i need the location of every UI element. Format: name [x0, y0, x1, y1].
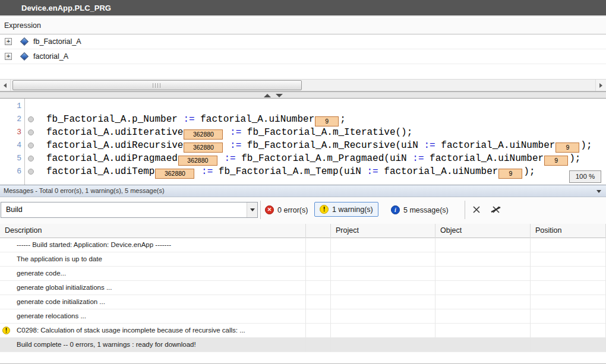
message-category-value: Build — [6, 202, 23, 217]
message-description-text: generate code initialization ... — [17, 295, 105, 309]
code-line[interactable]: 5factorial_A.udiPragmaed362880 := fb_Fac… — [0, 152, 606, 165]
message-object-cell — [435, 267, 531, 281]
chevron-down-icon — [250, 208, 255, 211]
message-row[interactable]: !C0298: Calculation of stack usage incom… — [0, 324, 606, 338]
horizontal-scrollbar[interactable] — [0, 79, 606, 91]
message-description-text: C0298: Calculation of stack usage incomp… — [17, 324, 245, 337]
toolbar-separator — [260, 201, 261, 219]
warning-icon: ! — [320, 205, 329, 214]
message-project-cell — [331, 267, 435, 281]
message-description-text: generate global initializations ... — [17, 281, 112, 295]
message-category-combobox[interactable]: Build — [1, 202, 258, 218]
code-text: fb_Factorial_A.p_Number := factorial_A.u… — [46, 113, 346, 126]
code-segment: := — [183, 114, 194, 125]
column-header-spacer[interactable] — [306, 224, 331, 238]
expression-tree-item[interactable]: +fb_Factorial_A — [0, 34, 606, 49]
panel-splitter[interactable] — [0, 91, 606, 99]
message-position-cell — [531, 338, 606, 352]
code-segment — [219, 153, 225, 164]
scrollbar-thumb[interactable] — [12, 80, 302, 90]
inline-watch-value[interactable]: 362880 — [178, 156, 217, 166]
column-header-project[interactable]: Project — [331, 224, 435, 238]
message-row[interactable]: generate code initialization ... — [0, 295, 606, 309]
code-line[interactable]: 2fb_Factorial_A.p_Number := factorial_A.… — [0, 113, 606, 126]
splitter-collapse-up-icon[interactable] — [264, 94, 271, 97]
errors-filter-button[interactable]: ✕ 0 error(s) — [265, 202, 308, 218]
code-segment: ); — [569, 153, 580, 164]
code-segment: ); — [580, 140, 592, 151]
message-project-cell — [331, 281, 435, 295]
message-position-cell — [531, 267, 606, 281]
code-segment: ); — [523, 166, 535, 177]
code-editor[interactable]: 100 % 12fb_Factorial_A.p_Number := facto… — [0, 99, 606, 185]
combobox-dropdown-button[interactable] — [247, 202, 257, 217]
messages-panel-title-bar[interactable]: Messages - Total 0 error(s), 1 warning(s… — [0, 185, 606, 197]
message-description-text: ------ Build started: Application: Devic… — [17, 238, 171, 252]
message-row[interactable]: generate relocations ... — [0, 309, 606, 324]
line-indicator-bullet-icon — [28, 169, 34, 175]
column-header-description[interactable]: Description — [0, 224, 306, 238]
code-segment: factorial_A.udiRecursive — [46, 140, 183, 151]
message-description-text: The application is up to date — [17, 252, 102, 266]
message-spacer-cell — [306, 238, 331, 252]
splitter-collapse-down-icon[interactable] — [276, 94, 283, 97]
column-header-position[interactable]: Position — [531, 224, 606, 238]
code-segment: := — [230, 127, 241, 138]
inline-watch-value[interactable]: 9 — [544, 156, 568, 166]
scroll-left-button[interactable] — [0, 80, 11, 91]
expand-plus-icon[interactable]: + — [5, 38, 12, 45]
code-line[interactable]: 6factorial_A.udiTemp362880 := fb_Factori… — [0, 165, 606, 178]
clear-all-messages-button[interactable] — [488, 202, 503, 217]
message-spacer-cell — [306, 252, 331, 267]
message-project-cell — [331, 338, 435, 352]
inline-watch-value[interactable]: 9 — [498, 169, 522, 179]
expand-plus-icon[interactable]: + — [5, 53, 12, 60]
code-text: factorial_A.udiTemp362880 := fb_Factoria… — [46, 165, 535, 179]
messages-table-body: ------ Build started: Application: Devic… — [0, 238, 606, 352]
toolbar-separator — [465, 201, 465, 219]
inline-watch-value[interactable]: 9 — [556, 143, 579, 153]
variable-icon — [20, 52, 29, 61]
clear-x-crossed-icon — [491, 205, 501, 214]
warnings-filter-button[interactable]: ! 1 warning(s) — [314, 202, 378, 217]
code-line[interactable]: 1 — [0, 100, 606, 113]
window-title-bar[interactable]: Device.enApp.PLC_PRG — [0, 0, 606, 17]
message-row[interactable]: The application is up to date — [0, 252, 606, 267]
code-segment: := — [230, 140, 241, 151]
message-description-text: generate code... — [17, 267, 66, 280]
messages-filter-button[interactable]: i 5 message(s) — [391, 202, 449, 218]
message-spacer-cell — [306, 309, 331, 324]
info-icon: i — [391, 205, 400, 214]
expression-tree-item[interactable]: +factorial_A — [0, 49, 606, 64]
code-segment: fb_Factorial_A.p_Number — [46, 114, 183, 125]
expression-column-header[interactable]: Expression — [0, 18, 606, 34]
line-number: 5 — [0, 152, 21, 165]
expression-label: factorial_A — [33, 49, 68, 64]
inline-watch-value[interactable]: 362880 — [184, 129, 223, 140]
message-row[interactable]: generate code... — [0, 267, 606, 281]
code-segment: factorial_A.uiNumber — [378, 166, 498, 177]
code-segment: factorial_A.udiPragmaed — [46, 153, 178, 164]
clear-messages-button[interactable] — [469, 202, 484, 217]
expression-header-label: Expression — [4, 18, 41, 34]
message-row[interactable]: Build complete -- 0 errors, 1 warnings :… — [0, 338, 606, 352]
message-project-cell — [331, 238, 435, 252]
errors-count-label: 0 error(s) — [277, 206, 308, 214]
line-number: 3 — [0, 126, 21, 139]
code-line[interactable]: 3factorial_A.udiIterative362880 := fb_Fa… — [0, 126, 606, 139]
code-line[interactable]: 4factorial_A.udiRecursive362880 := fb_Fa… — [0, 139, 606, 152]
inline-watch-value[interactable]: 362880 — [155, 169, 194, 179]
message-project-cell — [331, 309, 435, 324]
inline-watch-value[interactable]: 362880 — [184, 143, 223, 153]
inline-watch-value[interactable]: 9 — [315, 116, 339, 126]
message-description-text: Build complete -- 0 errors, 1 warnings :… — [17, 338, 196, 352]
messages-menu-caret-icon[interactable] — [596, 190, 601, 193]
message-row[interactable]: ------ Build started: Application: Devic… — [0, 238, 606, 252]
message-row[interactable]: generate global initializations ... — [0, 281, 606, 295]
column-header-object[interactable]: Object — [435, 224, 531, 238]
expression-tree: +fb_Factorial_A+factorial_A — [0, 34, 606, 64]
message-spacer-cell — [306, 281, 331, 295]
scroll-right-button[interactable] — [595, 80, 606, 91]
messages-count-label: 5 message(s) — [403, 206, 449, 214]
code-segment: factorial_A.udiTemp — [46, 166, 154, 177]
